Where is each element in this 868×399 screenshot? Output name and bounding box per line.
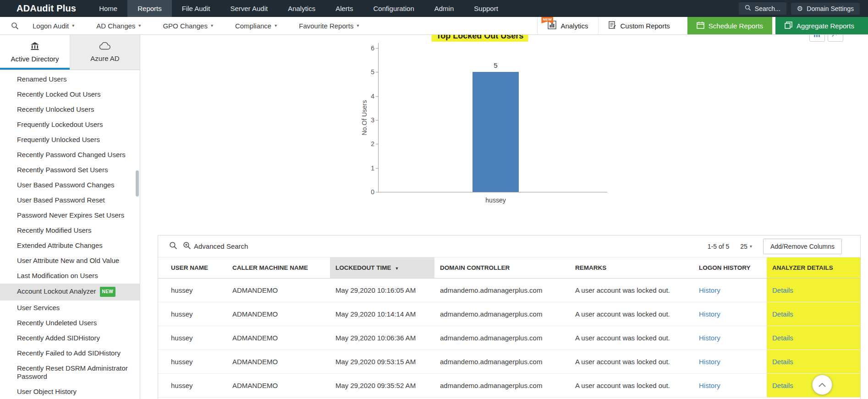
advanced-search-label[interactable]: Advanced Search <box>194 242 248 250</box>
sidebar-item[interactable]: User Object History <box>0 384 140 399</box>
details-link[interactable]: Details <box>772 310 793 318</box>
sidebar-item[interactable]: User Based Password Changes <box>0 178 140 193</box>
domain-controller-cell: admandemo.admanagerplus.com <box>434 279 570 302</box>
global-search-button[interactable]: Search... <box>739 2 786 15</box>
bar-chart-toggle-button[interactable] <box>809 35 825 42</box>
analyzer-details-cell: Details <box>767 350 860 374</box>
sidebar-item[interactable]: Recently Password Changed Users <box>0 148 140 163</box>
domain-settings-button[interactable]: ⚙ Domain Settings <box>791 3 860 15</box>
nav-item-support[interactable]: Support <box>464 0 508 17</box>
menu-logon-audit[interactable]: Logon Audit ▾ <box>33 22 74 30</box>
details-link[interactable]: Details <box>772 286 793 294</box>
page-size-select[interactable]: 25 ▾ <box>740 243 752 250</box>
tab-active-directory[interactable]: Active Directory <box>0 35 70 70</box>
report-table: USER NAME CALLER MACHINE NAME LOCKEDOUT … <box>158 257 860 398</box>
custom-reports-button[interactable]: Custom Reports <box>598 17 680 34</box>
nav-item-home[interactable]: Home <box>89 0 127 17</box>
sidebar-item[interactable]: Recently Failed to Add SIDHistory <box>0 346 140 361</box>
details-link[interactable]: Details <box>772 382 793 389</box>
logon-history-cell: History <box>693 302 767 326</box>
tab-azure-ad[interactable]: Azure AD <box>70 35 140 70</box>
col-domain-controller[interactable]: DOMAIN CONTROLLER <box>434 257 570 279</box>
nav-item-file-audit[interactable]: File Audit <box>172 0 220 17</box>
nav-item-alerts[interactable]: Alerts <box>325 0 363 17</box>
nav-item-server-audit[interactable]: Server Audit <box>220 0 278 17</box>
app-logo[interactable]: ADAudit Plus <box>0 0 89 17</box>
domain-settings-label: Domain Settings <box>807 5 854 12</box>
col-lockedout-time[interactable]: LOCKEDOUT TIME▼ <box>330 257 434 279</box>
menu-ad-changes[interactable]: AD Changes ▾ <box>96 22 141 30</box>
toolbar-actions: NEW Analytics Custom Reports Schedule Re… <box>537 17 868 34</box>
lockedout-time-cell: May 29,2020 10:16:05 AM <box>330 279 434 302</box>
sidebar-item[interactable]: Recently Locked Out Users <box>0 87 140 102</box>
schedule-reports-button[interactable]: Schedule Reports <box>687 17 772 34</box>
schedule-reports-label: Schedule Reports <box>709 22 763 30</box>
remarks-cell: A user account was locked out. <box>570 374 693 398</box>
analytics-button[interactable]: NEW Analytics <box>537 17 598 34</box>
sidebar-item[interactable]: User Based Password Reset <box>0 193 140 208</box>
details-link[interactable]: Details <box>772 358 793 366</box>
remarks-cell: A user account was locked out. <box>570 350 693 374</box>
col-lockedout-time-label: LOCKEDOUT TIME <box>335 264 391 271</box>
sidebar-item[interactable]: Recently Password Set Users <box>0 163 140 178</box>
col-caller-machine-name[interactable]: CALLER MACHINE NAME <box>227 257 330 279</box>
caller-machine-cell: ADMANDEMO <box>227 374 330 398</box>
sidebar-item[interactable]: Last Modification on Users <box>0 268 140 284</box>
line-chart-toggle-button[interactable] <box>828 35 843 42</box>
cloud-icon <box>99 42 111 51</box>
nav-item-reports[interactable]: Reports <box>127 0 172 17</box>
aggregate-reports-button[interactable]: Aggregate Reports <box>775 17 868 34</box>
calendar-icon <box>697 22 704 30</box>
report-search-icon[interactable] <box>11 22 19 30</box>
col-logon-history[interactable]: LOGON HISTORY <box>693 257 767 279</box>
analyzer-details-cell: Details <box>767 279 860 302</box>
sidebar-item[interactable]: Frequently Unlocked Users <box>0 132 140 148</box>
main-nav: Home Reports File Audit Server Audit Ana… <box>89 0 508 17</box>
tab-active-directory-label: Active Directory <box>11 55 59 63</box>
nav-item-analytics[interactable]: Analytics <box>278 0 325 17</box>
history-link[interactable]: History <box>699 334 720 342</box>
history-link[interactable]: History <box>699 286 720 294</box>
menu-gpo-changes[interactable]: GPO Changes ▾ <box>163 22 213 30</box>
add-remove-columns-button[interactable]: Add/Remove Columns <box>763 239 842 254</box>
new-badge: NEW <box>100 287 116 297</box>
sidebar-item[interactable]: Recently Undeleted Users <box>0 316 140 331</box>
nav-item-admin[interactable]: Admin <box>424 0 464 17</box>
pagination-range: 1-5 of 5 <box>708 243 729 250</box>
sidebar-item[interactable]: Recently Added SIDHistory <box>0 331 140 346</box>
aggregate-reports-label: Aggregate Reports <box>797 22 854 30</box>
custom-reports-icon <box>609 21 616 31</box>
table-search-icon[interactable] <box>169 241 177 251</box>
sidebar-item-account-lockout-analyzer[interactable]: Account Lockout AnalyzerNEW <box>0 284 140 301</box>
col-analyzer-details[interactable]: ANALYZER DETAILS <box>767 257 860 279</box>
details-link[interactable]: Details <box>772 334 793 342</box>
menu-compliance[interactable]: Compliance ▾ <box>235 22 277 30</box>
chart-title: Top Locked Out Users <box>432 35 528 42</box>
x-category-label: hussey <box>472 197 519 204</box>
col-user-name[interactable]: USER NAME <box>158 257 227 279</box>
history-link[interactable]: History <box>699 382 720 389</box>
menu-favourite-reports[interactable]: Favourite Reports ▾ <box>299 22 359 30</box>
sidebar-item[interactable]: User Services <box>0 301 140 316</box>
user-name-cell: hussey <box>158 326 227 350</box>
sidebar-item[interactable]: Recently Reset DSRM Administrator Passwo… <box>0 361 140 384</box>
nav-item-configuration[interactable]: Configuration <box>363 0 424 17</box>
sidebar-item[interactable]: Password Never Expires Set Users <box>0 208 140 223</box>
sidebar-item[interactable]: Recently Modified Users <box>0 223 140 238</box>
scroll-to-top-button[interactable] <box>812 375 832 395</box>
domain-controller-cell: admandemo.admanagerplus.com <box>434 326 570 350</box>
sidebar-item[interactable]: Recently Unlocked Users <box>0 102 140 117</box>
sidebar-item[interactable]: Extended Attribute Changes <box>0 238 140 253</box>
history-link[interactable]: History <box>699 310 720 318</box>
col-remarks[interactable]: REMARKS <box>570 257 693 279</box>
sidebar-item[interactable]: User Attribute New and Old Value <box>0 253 140 268</box>
sidebar-scrollbar[interactable] <box>136 170 139 197</box>
sidebar-item[interactable]: Frequently Lockedout Users <box>0 117 140 132</box>
advanced-search-icon[interactable] <box>183 241 191 251</box>
sidebar-item[interactable]: Renamed Users <box>0 72 140 87</box>
domain-controller-cell: admandemo.admanagerplus.com <box>434 302 570 326</box>
table-row: hussey ADMANDEMO May 29,2020 10:06:36 AM… <box>158 326 860 350</box>
history-link[interactable]: History <box>699 358 720 366</box>
remarks-cell: A user account was locked out. <box>570 302 693 326</box>
caller-machine-cell: ADMANDEMO <box>227 326 330 350</box>
